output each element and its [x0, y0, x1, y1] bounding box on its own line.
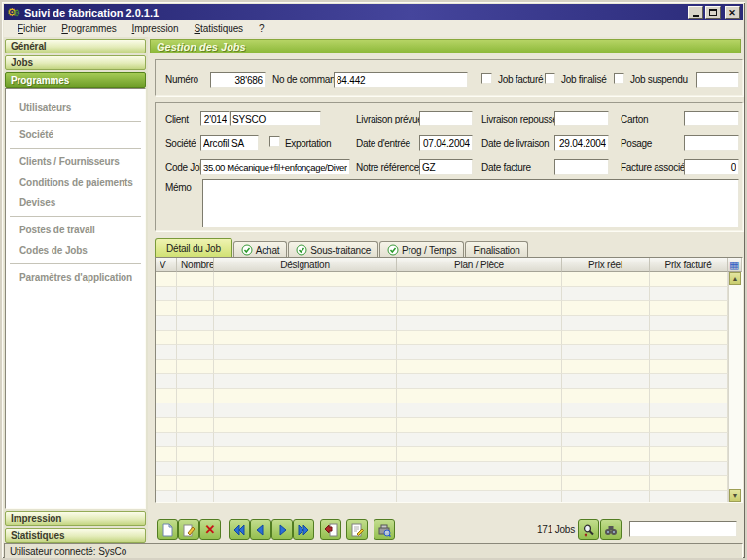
menu-statistiques[interactable]: Statistiques — [186, 21, 251, 36]
table-scrollbar[interactable]: ▲ ▼ — [728, 272, 742, 502]
facture-associee-field[interactable] — [684, 159, 739, 175]
maximize-button[interactable] — [705, 6, 721, 19]
sidebar-item-societe[interactable]: Société — [6, 124, 145, 145]
sidebar-item-conditions-paiements[interactable]: Conditions de paiements — [6, 172, 145, 192]
app-window: ⚙⚙ Suivi de fabrication 2.0.1.1 ✕ Fichie… — [0, 0, 747, 560]
menu-impression[interactable]: Impression — [124, 21, 187, 36]
search-button[interactable] — [578, 519, 599, 540]
col-header-plan-piece[interactable]: Plan / Pièce — [397, 258, 562, 272]
table-row[interactable] — [156, 476, 728, 491]
livraison-repoussee-field[interactable] — [554, 111, 609, 126]
table-row[interactable] — [156, 301, 728, 316]
sidebar-item-parametres[interactable]: Paramètres d'application — [6, 267, 145, 288]
no-commande-field[interactable] — [334, 72, 468, 88]
table-cell — [156, 360, 177, 374]
col-header-prix-facture[interactable]: Prix facturé — [650, 258, 728, 272]
memo-field[interactable] — [202, 179, 739, 228]
tab-achat[interactable]: Achat — [233, 241, 288, 258]
sidebar-item-devises[interactable]: Devises — [6, 192, 145, 213]
sidebar-item-utilisateurs[interactable]: Utilisateurs — [6, 97, 145, 118]
tab-detail-du-job[interactable]: Détail du Job — [155, 238, 232, 258]
next-record-button[interactable] — [271, 519, 293, 540]
separator — [10, 263, 141, 264]
table-row[interactable] — [156, 374, 728, 389]
job-report-button[interactable] — [346, 519, 368, 540]
col-header-prix-reel[interactable]: Prix réel — [562, 258, 650, 272]
table-row[interactable] — [156, 316, 728, 331]
delete-record-button[interactable]: ✕ — [199, 519, 221, 540]
table-cell — [156, 447, 177, 462]
table-row[interactable] — [156, 403, 728, 418]
find-button[interactable] — [600, 519, 622, 540]
code-job-field[interactable] — [200, 159, 350, 175]
table-cell — [177, 345, 214, 360]
table-row[interactable] — [156, 331, 728, 345]
sidebar-section-general[interactable]: Général — [5, 39, 146, 53]
last-record-button[interactable] — [293, 519, 314, 540]
sidebar-section-programmes[interactable]: Programmes — [5, 72, 146, 88]
menu-fichier[interactable]: Fichier — [10, 21, 53, 36]
table-row[interactable] — [156, 418, 728, 433]
col-header-nombre[interactable]: Nombre — [177, 258, 214, 272]
copy-jobs-button[interactable] — [374, 519, 395, 540]
sidebar-item-postes-travail[interactable]: Postes de travail — [6, 220, 145, 240]
date-facture-field[interactable] — [554, 159, 609, 175]
tab-finalisation[interactable]: Finalisation — [465, 241, 527, 258]
table-row[interactable] — [156, 360, 728, 374]
col-header-v[interactable]: V — [156, 258, 177, 272]
societe-field[interactable] — [200, 135, 259, 151]
client-code-field[interactable] — [200, 111, 230, 126]
close-button[interactable]: ✕ — [725, 6, 740, 19]
scroll-up-button[interactable]: ▲ — [729, 272, 741, 285]
carton-field[interactable] — [684, 111, 739, 126]
table-cell — [397, 418, 562, 433]
table-cell — [397, 447, 562, 462]
tab-prog-temps[interactable]: Prog / Temps — [379, 241, 464, 258]
date-entree-field[interactable] — [419, 135, 473, 151]
sidebar-item-codes-jobs[interactable]: Codes de Jobs — [6, 240, 145, 261]
job-facture-checkbox[interactable] — [481, 73, 492, 84]
check-circle-icon — [296, 244, 307, 256]
posage-label: Posage — [621, 138, 652, 149]
tab-sous-traitance[interactable]: Sous-traitance — [288, 241, 378, 258]
job-suspendu-field[interactable] — [696, 72, 739, 88]
column-options-button[interactable]: ▦ — [728, 258, 742, 272]
menu-programmes[interactable]: Programmes — [53, 21, 124, 36]
date-livraison-field[interactable] — [554, 135, 609, 151]
numero-field[interactable] — [210, 72, 266, 88]
exportation-checkbox[interactable] — [269, 136, 280, 147]
table-cell — [214, 447, 397, 462]
minimize-button[interactable] — [688, 6, 703, 19]
job-suspendu-checkbox[interactable] — [614, 73, 624, 84]
table-row[interactable] — [156, 462, 728, 476]
table-row[interactable] — [156, 272, 728, 287]
job-finalise-checkbox[interactable] — [545, 73, 555, 84]
client-name-field[interactable] — [230, 111, 321, 126]
menu-help[interactable]: ? — [251, 21, 271, 36]
close-icon: ✕ — [729, 8, 736, 18]
table-row[interactable] — [156, 491, 728, 503]
sidebar-section-jobs[interactable]: Jobs — [5, 55, 146, 70]
posage-field[interactable] — [684, 135, 739, 151]
edit-record-button[interactable] — [178, 519, 199, 540]
sidebar-section-statistiques[interactable]: Statistiques — [5, 528, 146, 542]
table-row[interactable] — [156, 345, 728, 360]
sidebar-item-clients-fournisseurs[interactable]: Clients / Fournisseurs — [6, 152, 145, 172]
scroll-down-button[interactable]: ▼ — [729, 489, 741, 502]
goto-record-button[interactable] — [320, 519, 341, 540]
first-record-button[interactable] — [229, 519, 250, 540]
table-cell — [650, 331, 728, 345]
previous-record-button[interactable] — [250, 519, 271, 540]
search-input[interactable] — [629, 521, 737, 537]
table-row[interactable] — [156, 389, 728, 403]
date-livraison-label: Date de livraison — [481, 138, 549, 149]
table-row[interactable] — [156, 287, 728, 301]
table-row[interactable] — [156, 447, 728, 462]
col-header-designation[interactable]: Désignation — [214, 258, 397, 272]
livraison-prevue-field[interactable] — [419, 111, 473, 126]
notre-reference-field[interactable] — [419, 159, 473, 175]
sidebar-section-impression[interactable]: Impression — [5, 511, 146, 526]
table-row[interactable] — [156, 433, 728, 447]
title-bar[interactable]: ⚙⚙ Suivi de fabrication 2.0.1.1 ✕ — [4, 4, 743, 20]
new-record-button[interactable] — [157, 519, 178, 540]
